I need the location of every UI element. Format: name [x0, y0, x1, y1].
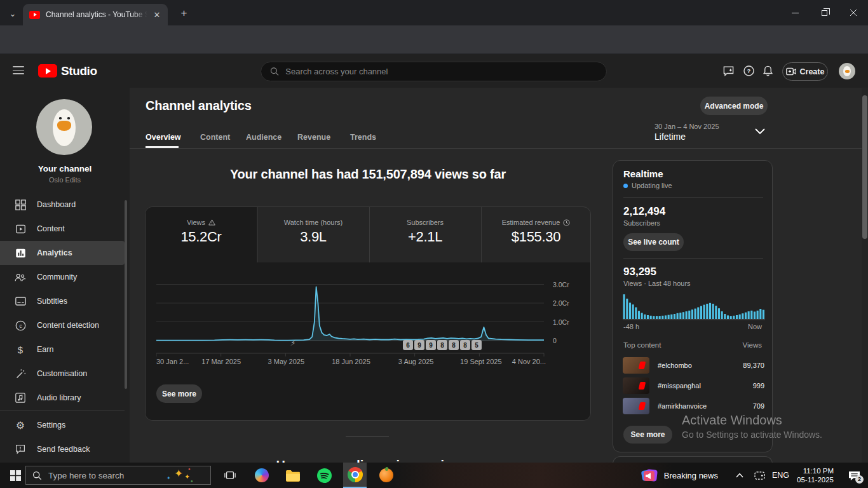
create-icon — [786, 67, 796, 76]
sidebar-item-analytics[interactable]: Analytics — [0, 241, 125, 265]
new-tab-button[interactable]: + — [178, 7, 190, 19]
tray-expand-button[interactable] — [736, 463, 743, 488]
notification-badge: 2 — [855, 475, 864, 484]
fl-studio-button[interactable] — [374, 463, 399, 488]
chevron-down-icon[interactable] — [755, 128, 765, 135]
channel-avatar-large[interactable] — [36, 99, 92, 155]
video-event-badge[interactable]: 6 — [403, 340, 413, 350]
chrome-taskbar-button[interactable] — [343, 463, 367, 488]
window-restore-button[interactable] — [810, 0, 839, 25]
metric-watch-time[interactable]: Watch time (hours) 3.9L — [257, 207, 369, 262]
views-line-chart[interactable] — [156, 273, 546, 368]
realtime-subscribers-value: 2,12,494 — [623, 205, 665, 218]
see-live-count-button[interactable]: See live count — [623, 233, 684, 251]
task-view-icon — [224, 470, 236, 481]
sidebar-item-send-feedback[interactable]: Send feedback — [0, 437, 125, 461]
tab-revenue[interactable]: Revenue — [297, 133, 330, 142]
tab-search-icon[interactable]: ⌄ — [5, 6, 20, 21]
sidebar-item-subtitles[interactable]: Subtitles — [0, 289, 125, 313]
language-indicator[interactable]: ENG — [772, 463, 789, 488]
channel-avatar[interactable] — [839, 63, 855, 79]
notification-center-button[interactable]: 2 — [848, 463, 860, 488]
clock[interactable]: 11:10 PM 05-11-2025 — [797, 463, 834, 488]
dollar-icon: $ — [14, 344, 27, 355]
news-widget[interactable]: Breaking news — [642, 463, 718, 488]
video-event-badge[interactable]: 8 — [449, 340, 459, 350]
window-close-button[interactable] — [839, 0, 868, 25]
x-tick-label: 17 Mar 2025 — [201, 358, 241, 365]
tab-overview[interactable]: Overview — [146, 133, 181, 142]
studio-search-bar[interactable] — [261, 62, 607, 81]
youtube-logo[interactable] — [38, 64, 57, 78]
partial-next-heading: How your audience is growing — [145, 458, 591, 463]
tab-audience[interactable]: Audience — [246, 133, 281, 142]
help-icon[interactable]: ? — [743, 65, 755, 77]
top-content-row[interactable]: #amirkhanvoice 709 — [623, 398, 764, 414]
advanced-mode-button[interactable]: Advanced mode — [700, 97, 768, 115]
create-label: Create — [800, 67, 825, 76]
spotify-button[interactable] — [311, 463, 337, 488]
metric-subscribers[interactable]: Subscribers +2.1L — [369, 207, 480, 262]
metric-views[interactable]: Views 15.2Cr — [146, 207, 257, 262]
sidebar-scrollbar[interactable] — [125, 200, 127, 389]
sidebar-item-content[interactable]: Content — [0, 217, 125, 241]
chrome-icon — [348, 467, 363, 482]
x-tick-label: 3 May 2025 — [268, 358, 304, 365]
video-event-badges[interactable]: 6998885 — [156, 340, 546, 350]
taskbar-search[interactable]: ✦ ✦ ✦ ● ● — [25, 466, 211, 485]
realtime-bar-chart[interactable] — [623, 292, 765, 320]
video-event-badge[interactable]: 8 — [460, 340, 470, 350]
date-range-text: 30 Jan – 4 Nov 2025 — [654, 123, 839, 130]
see-more-button[interactable]: See more — [156, 384, 202, 403]
file-explorer-button[interactable] — [280, 463, 305, 488]
video-event-badge[interactable]: 9 — [414, 340, 424, 350]
sidebar-item-label: Analytics — [37, 248, 72, 257]
window-minimize-button[interactable] — [780, 0, 810, 25]
feedback-icon[interactable] — [722, 65, 735, 77]
realtime-views-value: 93,295 — [623, 266, 656, 278]
bell-icon[interactable] — [762, 65, 774, 77]
channel-name[interactable]: Oslo Edits — [0, 176, 130, 184]
create-button[interactable]: Create — [782, 62, 828, 81]
sidebar-item-community[interactable]: Community — [0, 265, 125, 289]
snip-tool-button[interactable] — [754, 463, 765, 488]
sidebar-item-label: Subtitles — [37, 297, 67, 306]
sidebar-item-content-detection[interactable]: c Content detection — [0, 313, 125, 337]
sidebar-item-label: Audio library — [37, 393, 81, 402]
y-axis-labels: 3.0Cr2.0Cr1.0Cr0 — [553, 273, 585, 368]
sidebar-item-customisation[interactable]: Customisation — [0, 362, 125, 386]
sidebar-item-settings[interactable]: ⚙ Settings — [0, 413, 125, 437]
date-range-picker[interactable]: 30 Jan – 4 Nov 2025 Lifetime — [654, 123, 839, 142]
axis-left-label: -48 h — [623, 323, 639, 330]
copilot-button[interactable] — [249, 463, 275, 488]
updating-live-label: Updating live — [632, 182, 672, 189]
tab-close-icon[interactable]: ✕ — [151, 9, 163, 20]
hamburger-icon[interactable] — [13, 66, 24, 74]
studio-search-input[interactable] — [285, 67, 597, 76]
metric-label: Estimated revenue — [502, 219, 560, 226]
video-event-badge[interactable]: 5 — [471, 340, 482, 350]
tabs-border — [130, 148, 862, 149]
main-scrollbar-thumb[interactable] — [862, 95, 867, 239]
video-title: #amirkhanvoice — [658, 402, 707, 410]
top-content-row[interactable]: #misspanghal 999 — [623, 377, 764, 394]
taskbar-search-input[interactable] — [48, 471, 156, 480]
top-content-row[interactable]: #elchombo 89,370 — [623, 357, 764, 374]
tab-trends[interactable]: Trends — [350, 133, 376, 142]
tab-content[interactable]: Content — [200, 133, 230, 142]
sidebar-item-dashboard[interactable]: Dashboard — [0, 193, 125, 217]
browser-tab[interactable]: Channel analytics - YouTube Stu ✕ — [23, 4, 168, 25]
analytics-main: Channel analytics Advanced mode 30 Jan –… — [130, 88, 862, 463]
sidebar-item-label: Content — [37, 224, 65, 233]
sidebar-item-audio-library[interactable]: Audio library — [0, 386, 125, 410]
studio-logo-text[interactable]: Studio — [61, 64, 97, 78]
video-event-badge[interactable]: 8 — [437, 340, 447, 350]
video-event-badge[interactable]: 9 — [426, 340, 436, 350]
start-button[interactable] — [3, 463, 28, 488]
sidebar-item-label: Earn — [37, 345, 53, 354]
metric-revenue[interactable]: Estimated revenue $155.30 — [481, 207, 590, 262]
task-view-button[interactable] — [217, 463, 243, 488]
realtime-see-more-button[interactable]: See more — [623, 426, 672, 444]
desktop-screen: ⌄ Channel analytics - YouTube Stu ✕ + ← … — [0, 0, 868, 488]
sidebar-item-earn[interactable]: $ Earn — [0, 337, 125, 362]
